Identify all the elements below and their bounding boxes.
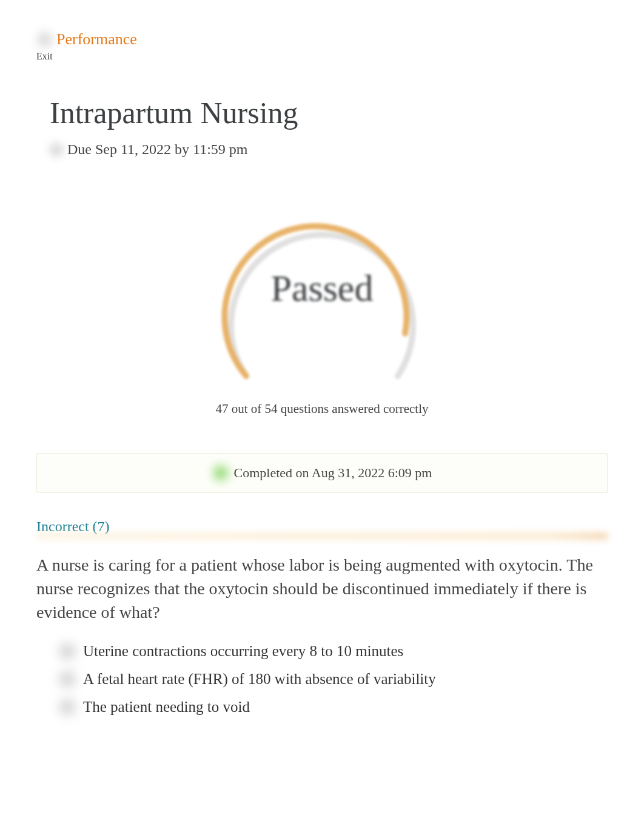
- performance-label: Performance: [56, 30, 137, 49]
- answer-option[interactable]: A fetal heart rate (FHR) of 180 with abs…: [58, 669, 608, 689]
- radio-icon: [58, 697, 77, 717]
- check-icon: [212, 464, 229, 481]
- option-text: The patient needing to void: [83, 699, 250, 716]
- section-underline: [36, 533, 608, 539]
- answer-option[interactable]: Uterine contractions occurring every 8 t…: [58, 642, 608, 661]
- section-label[interactable]: Incorrect (7): [36, 518, 608, 535]
- page-title: Intrapartum Nursing: [50, 95, 608, 130]
- status-label: Passed: [271, 267, 374, 310]
- performance-link[interactable]: Performance: [36, 30, 608, 49]
- score-text: 47 out of 54 questions answered correctl…: [36, 401, 608, 417]
- exit-link[interactable]: Exit: [36, 51, 53, 62]
- option-text: A fetal heart rate (FHR) of 180 with abs…: [83, 671, 436, 688]
- radio-icon: [58, 669, 77, 689]
- answer-option[interactable]: The patient needing to void: [58, 697, 608, 717]
- performance-icon: [36, 31, 53, 48]
- option-text: Uterine contractions occurring every 8 t…: [83, 643, 403, 660]
- radio-icon: [58, 642, 77, 661]
- question-text: A nurse is caring for a patient whose la…: [36, 553, 608, 625]
- due-date-row: Due Sep 11, 2022 by 11:59 pm: [49, 141, 608, 158]
- due-date-text: Due Sep 11, 2022 by 11:59 pm: [67, 141, 248, 158]
- progress-arc: Passed: [210, 206, 434, 394]
- completed-text: Completed on Aug 31, 2022 6:09 pm: [234, 465, 432, 481]
- completed-banner: Completed on Aug 31, 2022 6:09 pm: [36, 453, 608, 493]
- calendar-icon: [49, 142, 64, 158]
